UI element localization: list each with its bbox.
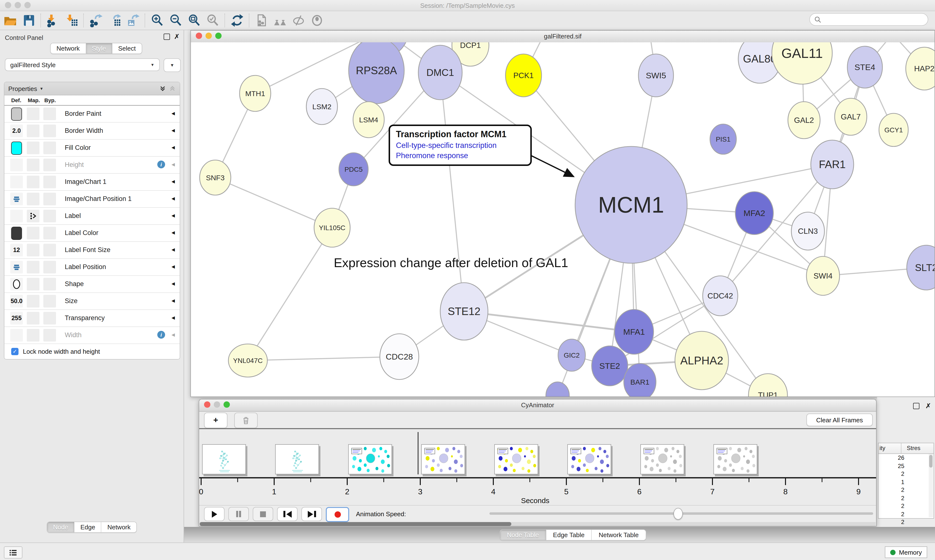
table-scrollbar-thumb[interactable] [929, 455, 933, 468]
mapping-cell[interactable] [27, 158, 39, 171]
mapping-cell[interactable] [27, 193, 39, 205]
table-row[interactable]: 26 [878, 454, 933, 462]
column-divider[interactable] [901, 443, 901, 454]
bypass-cell[interactable] [43, 261, 56, 274]
annotation-link[interactable]: Pheromone response [396, 151, 526, 160]
property-row-fill-color[interactable]: Fill Color◀ [5, 140, 180, 157]
node-table-grid[interactable]: ity Stres 26252122222 [878, 443, 934, 518]
expand-row-icon[interactable]: ◀ [171, 298, 175, 303]
close-table-panel-icon[interactable]: ✗ [926, 403, 931, 409]
table-row[interactable]: 2 [878, 518, 933, 526]
default-value-cell[interactable] [10, 261, 23, 274]
default-value-cell[interactable] [10, 210, 23, 222]
default-value-cell[interactable] [10, 329, 23, 342]
dock-tab-node-table[interactable]: Node Table [500, 530, 546, 540]
export-network-button[interactable] [87, 12, 105, 29]
property-row-label-color[interactable]: Label Color◀ [5, 225, 180, 242]
default-value-cell[interactable]: 2.0 [10, 125, 23, 137]
timeline[interactable]: 0123456789Seconds [199, 429, 876, 504]
property-row-size[interactable]: 50.0Size◀ [5, 293, 180, 310]
mapping-cell[interactable] [27, 295, 39, 308]
mapping-cell[interactable] [27, 278, 39, 291]
default-value-cell[interactable] [10, 175, 23, 188]
mapping-cell[interactable] [27, 329, 39, 342]
property-row-height[interactable]: Heighti◀ [5, 157, 180, 174]
expand-row-icon[interactable]: ◀ [171, 196, 175, 201]
default-value-cell[interactable] [10, 193, 23, 205]
mapping-cell[interactable] [27, 125, 39, 137]
record-button[interactable] [326, 507, 349, 522]
refresh-button[interactable] [228, 12, 247, 29]
expand-row-icon[interactable]: ◀ [171, 332, 175, 337]
mapping-cell[interactable] [27, 261, 39, 274]
annotation-link[interactable]: Cell-type-specific transcription [396, 141, 526, 150]
eye-button[interactable] [308, 12, 326, 29]
add-frame-button[interactable]: + [204, 412, 227, 428]
network-node-purple1[interactable] [546, 382, 569, 397]
memory-button[interactable]: Memory [885, 546, 927, 558]
expand-row-icon[interactable]: ◀ [171, 281, 175, 286]
property-row-image-chart-1[interactable]: Image/Chart 1◀ [5, 174, 180, 191]
table-row[interactable]: 2 [878, 486, 933, 494]
log-console-button[interactable] [4, 546, 22, 558]
import-table-button[interactable] [62, 12, 81, 29]
zoom-out-button[interactable] [167, 12, 185, 29]
default-value-cell[interactable] [10, 227, 23, 239]
bypass-cell[interactable] [43, 227, 56, 239]
import-network-button[interactable] [44, 12, 62, 29]
export-table-button[interactable] [105, 12, 124, 29]
table-row[interactable]: 2 [878, 502, 933, 510]
save-button[interactable] [20, 12, 38, 29]
expand-row-icon[interactable]: ◀ [171, 111, 175, 116]
network-edge[interactable] [215, 178, 332, 228]
default-value-cell[interactable] [10, 142, 23, 154]
stop-button[interactable] [253, 507, 273, 521]
bypass-cell[interactable] [43, 175, 56, 188]
dock-tab-edge-table[interactable]: Edge Table [546, 530, 592, 540]
expand-row-icon[interactable]: ◀ [171, 213, 175, 218]
table-scrollbar[interactable] [929, 454, 933, 517]
expand-row-icon[interactable]: ◀ [171, 128, 175, 133]
cyanimator-titlebar[interactable]: CyAnimator [199, 400, 876, 412]
network-canvas[interactable]: DCP1RPS28ADMC1PCK1SWI5GAL80GAL11STE4HAP2… [191, 42, 935, 397]
table-row[interactable]: 2 [878, 494, 933, 502]
table-row[interactable]: 1 [878, 478, 933, 486]
style-tab-edge[interactable]: Edge [74, 522, 102, 532]
expand-row-icon[interactable]: ◀ [171, 179, 175, 184]
zoom-selected-button[interactable] [204, 12, 222, 29]
expand-row-icon[interactable]: ◀ [171, 247, 175, 252]
mapping-cell[interactable] [27, 244, 39, 256]
table-row[interactable]: 2 [878, 470, 933, 478]
bypass-cell[interactable] [43, 329, 56, 342]
animation-speed-thumb[interactable] [673, 508, 683, 520]
expand-row-icon[interactable]: ◀ [171, 162, 175, 167]
expand-row-icon[interactable]: ◀ [171, 230, 175, 235]
default-value-cell[interactable]: 12 [10, 244, 23, 256]
property-row-shape[interactable]: Shape◀ [5, 276, 180, 293]
style-tab-network[interactable]: Network [102, 522, 136, 532]
table-header-row[interactable]: ity Stres [878, 443, 933, 454]
search-input[interactable] [822, 15, 921, 23]
property-row-label-position[interactable]: Label Position◀ [5, 259, 180, 276]
tab-style[interactable]: Style [86, 43, 112, 54]
frame-thumbnail-5[interactable] [567, 444, 611, 474]
bypass-cell[interactable] [43, 158, 56, 171]
bypass-cell[interactable] [43, 108, 56, 120]
clear-all-frames-button[interactable]: Clear All Frames [807, 414, 873, 426]
default-value-cell[interactable] [10, 158, 23, 171]
property-row-width[interactable]: Widthi◀ [5, 327, 180, 344]
property-row-label-font-size[interactable]: 12Label Font Size◀ [5, 242, 180, 259]
style-selector[interactable]: galFiltered Style ▼ [5, 58, 160, 71]
property-row-border-paint[interactable]: Border Paint◀ [5, 106, 180, 123]
dock-tab-network-table[interactable]: Network Table [592, 530, 645, 540]
play-button[interactable] [204, 507, 224, 521]
document-share-button[interactable] [252, 12, 271, 29]
export-image-button[interactable] [124, 12, 142, 29]
bypass-cell[interactable] [43, 278, 56, 291]
frame-thumbnail-7[interactable] [713, 444, 757, 474]
timeline-hscrollbar-thumb[interactable] [200, 522, 511, 526]
skip-start-button[interactable] [277, 507, 298, 521]
frame-thumbnail-6[interactable] [640, 444, 684, 474]
tab-select[interactable]: Select [112, 43, 142, 54]
style-tab-node[interactable]: Node [47, 522, 74, 532]
